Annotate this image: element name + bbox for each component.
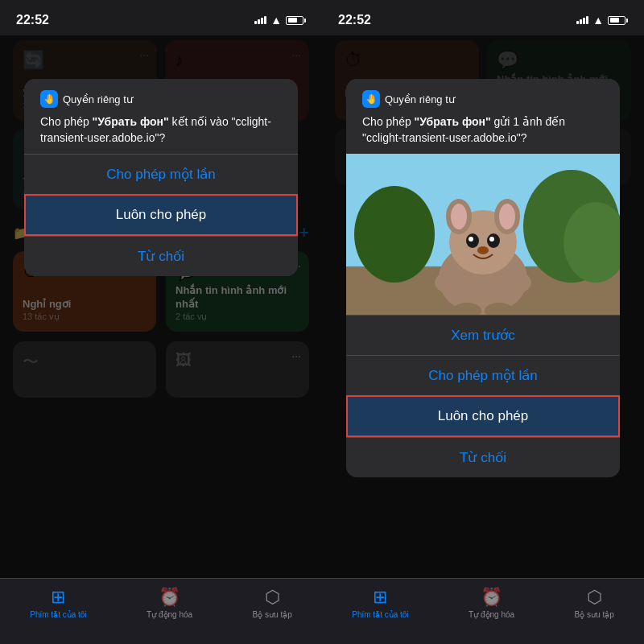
wifi-icon-right: ▲: [592, 14, 604, 27]
dialog-actions-left: Cho phép một lần Luôn cho phép Từ chối: [24, 154, 298, 276]
image-preview-quokka: [346, 154, 620, 315]
dialog-overlay-left: 🤚 Quyền riêng tư Cho phép "Убрать фон" k…: [0, 35, 322, 578]
status-bar-left: 22:52 ▲: [0, 0, 322, 35]
privacy-label-left: Quyền riêng tư: [63, 93, 133, 105]
svg-point-10: [499, 204, 515, 229]
shortcuts-tab-icon-left: ⊞: [51, 587, 65, 608]
status-icons-left: ▲: [254, 14, 306, 27]
dialog-title-left: Cho phép "Убрать фон" kết nối vào "cclig…: [40, 114, 282, 146]
dialog-header-right: 🤚 Quyền riêng tư Cho phép "Убрать фон" g…: [346, 79, 620, 154]
svg-point-2: [354, 186, 435, 283]
shortcuts-bg-left: 🔄 Убрать фон 25 tác vụ ··· ♪ TikTok 41 t…: [0, 35, 322, 578]
permission-dialog-right: 🤚 Quyền riêng tư Cho phép "Убрать фон" g…: [346, 79, 620, 477]
btn-deny-right[interactable]: Từ chối: [346, 437, 620, 477]
btn-always-allow-right[interactable]: Luôn cho phép: [346, 395, 620, 437]
gallery-tab-icon-right: ⬡: [587, 587, 602, 608]
tab-my-shortcuts-right[interactable]: ⊞ Phím tắt của tôi: [352, 587, 408, 619]
btn-deny-left[interactable]: Từ chối: [24, 236, 298, 276]
svg-point-14: [489, 237, 494, 242]
privacy-label-right: Quyền riêng tư: [385, 93, 455, 105]
tab-automation-right[interactable]: ⏰ Tự động hóa: [469, 587, 514, 619]
signal-icon-right: [576, 16, 588, 24]
signal-icon-left: [254, 16, 266, 24]
privacy-badge-right: 🤚 Quyền riêng tư: [362, 90, 604, 108]
privacy-badge-left: 🤚 Quyền riêng tư: [40, 90, 282, 108]
btn-always-allow-left[interactable]: Luôn cho phép: [24, 194, 298, 236]
btn-allow-once-left[interactable]: Cho phép một lần: [24, 154, 298, 194]
btn-allow-once-right[interactable]: Cho phép một lần: [346, 355, 620, 395]
status-time-right: 22:52: [338, 13, 371, 27]
gallery-tab-icon-left: ⬡: [265, 587, 280, 608]
permission-dialog-left: 🤚 Quyền riêng tư Cho phép "Убрать фон" k…: [24, 79, 298, 276]
automation-tab-icon-left: ⏰: [159, 587, 180, 608]
svg-point-17: [507, 273, 531, 292]
dialog-title-right: Cho phép "Убрать фон" gửi 1 ảnh đến "ccl…: [362, 114, 604, 146]
battery-icon-left: [286, 16, 306, 25]
svg-point-13: [469, 237, 473, 242]
right-phone: 22:52 ▲ ⏱ Ngh: [322, 0, 644, 644]
privacy-icon-left: 🤚: [40, 90, 58, 108]
privacy-icon-right: 🤚: [362, 90, 380, 108]
automation-tab-icon-right: ⏰: [481, 587, 502, 608]
dialog-overlay-right: 🤚 Quyền riêng tư Cho phép "Убрать фон" g…: [322, 35, 644, 578]
dialog-header-left: 🤚 Quyền riêng tư Cho phép "Убрать фон" k…: [24, 79, 298, 154]
tab-bar-left: ⊞ Phím tắt của tôi ⏰ Tự động hóa ⬡ Bộ sư…: [0, 578, 322, 644]
tab-automation-left[interactable]: ⏰ Tự động hóa: [147, 587, 192, 619]
battery-icon-right: [608, 16, 628, 25]
svg-point-15: [477, 246, 489, 254]
svg-point-9: [451, 204, 467, 229]
wifi-icon-left: ▲: [270, 14, 282, 27]
tab-bar-right: ⊞ Phím tắt của tôi ⏰ Tự động hóa ⬡ Bộ sư…: [322, 578, 644, 644]
dialog-actions-right: Xem trước Cho phép một lần Luôn cho phép…: [346, 315, 620, 477]
left-phone: 22:52 ▲ 🔄 Уб: [0, 0, 322, 644]
tab-gallery-right[interactable]: ⬡ Bộ sưu tập: [575, 587, 614, 619]
shortcuts-bg-right: ⏱ Nghỉ ngơi 13 tác vụ 💬 Nhắn tin hình ản…: [322, 35, 644, 578]
status-time-left: 22:52: [16, 13, 49, 27]
svg-point-16: [435, 273, 459, 292]
tab-gallery-left[interactable]: ⬡ Bộ sưu tập: [253, 587, 292, 619]
btn-preview-right[interactable]: Xem trước: [346, 315, 620, 355]
status-icons-right: ▲: [576, 14, 628, 27]
shortcuts-tab-icon-right: ⊞: [373, 587, 387, 608]
status-bar-right: 22:52 ▲: [322, 0, 644, 35]
tab-my-shortcuts-left[interactable]: ⊞ Phím tắt của tôi: [30, 587, 86, 619]
